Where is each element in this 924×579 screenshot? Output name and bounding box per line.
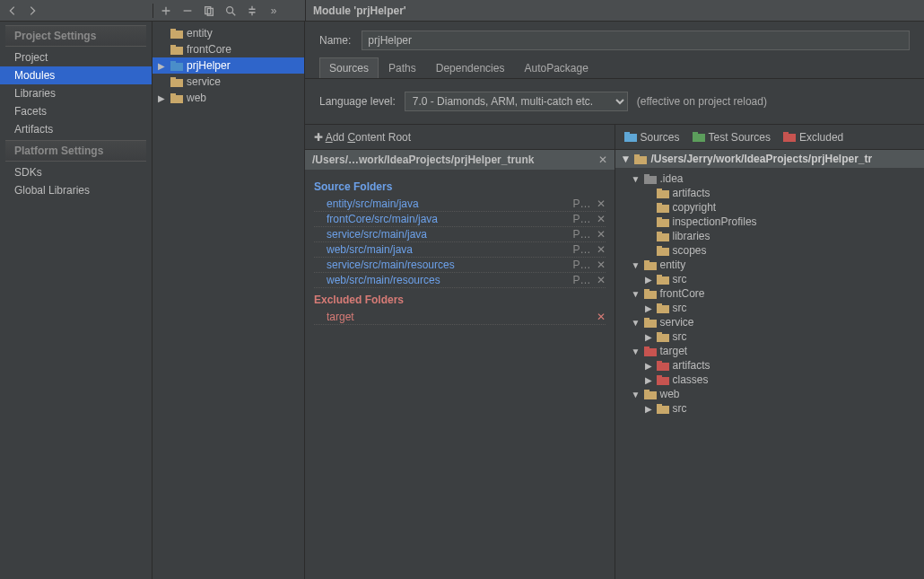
expand-arrow-icon[interactable]: ▼	[632, 260, 641, 270]
module-tree-item[interactable]: service	[153, 74, 304, 90]
mark-test-sources-button[interactable]: Test Sources	[693, 131, 771, 144]
source-folder-path[interactable]: service/src/main/java	[327, 228, 427, 241]
expand-arrow-icon[interactable]: ▶	[644, 375, 653, 385]
folder-icon	[657, 375, 669, 385]
expand-arrow-icon[interactable]: ▶	[156, 93, 167, 103]
excluded-folder-item[interactable]: target✕	[314, 310, 606, 325]
source-folder-path[interactable]: web/src/main/java	[327, 243, 413, 256]
tab-sources[interactable]: Sources	[319, 57, 379, 78]
dir-tree-item[interactable]: ▶src	[619, 301, 921, 315]
more-icon[interactable]: »	[266, 4, 281, 18]
expand-arrow-icon[interactable]: ▼	[632, 347, 641, 356]
source-folder-path[interactable]: service/src/main/resources	[327, 259, 455, 271]
remove-content-root-icon[interactable]: ✕	[598, 154, 607, 166]
package-prefix-icon[interactable]: P…	[572, 213, 590, 225]
expand-arrow-icon[interactable]: ▼	[632, 174, 641, 184]
dir-tree-item[interactable]: ▼entity	[619, 258, 921, 272]
source-folder-item[interactable]: web/src/main/resourcesP…✕	[314, 273, 606, 288]
module-tree-item[interactable]: ▶prjHelper	[153, 57, 304, 74]
folder-icon	[657, 404, 669, 414]
remove-source-icon[interactable]: ✕	[597, 259, 606, 271]
source-folders-title: Source Folders	[314, 180, 606, 193]
dir-tree-item[interactable]: ▼web	[619, 387, 921, 401]
dir-tree-label: src	[673, 402, 687, 415]
package-prefix-icon[interactable]: P…	[572, 228, 590, 241]
package-prefix-icon[interactable]: P…	[572, 243, 590, 256]
dir-tree-root[interactable]: ▼ /Users/Jerry/work/IdeaProjects/prjHelp…	[615, 150, 925, 168]
package-prefix-icon[interactable]: P…	[572, 259, 590, 271]
expand-arrow-icon[interactable]: ▶	[644, 275, 653, 285]
dir-tree-item[interactable]: ▶artifacts	[619, 358, 921, 373]
dir-tree-item[interactable]: ▼frontCore	[619, 286, 921, 301]
module-tree-label: frontCore	[187, 43, 231, 56]
remove-icon[interactable]	[180, 4, 195, 18]
dir-tree-item[interactable]: ▶src	[619, 329, 921, 344]
remove-source-icon[interactable]: ✕	[597, 213, 606, 225]
nav-facets[interactable]: Facets	[0, 102, 152, 120]
expand-arrow-icon[interactable]: ▼	[632, 289, 641, 299]
tab-dependencies[interactable]: Dependencies	[426, 57, 515, 78]
nav-sdks[interactable]: SDKs	[0, 163, 152, 181]
nav-artifacts[interactable]: Artifacts	[0, 120, 152, 138]
source-folder-item[interactable]: web/src/main/javaP…✕	[314, 242, 606, 258]
dir-tree-item[interactable]: ▼target	[619, 344, 921, 358]
module-name-input[interactable]	[362, 31, 910, 50]
expand-arrow-icon[interactable]: ▶	[156, 61, 167, 71]
expand-arrow-icon[interactable]: ▶	[644, 303, 653, 313]
nav-modules[interactable]: Modules	[0, 66, 152, 84]
tab-autopackage[interactable]: AutoPackage	[514, 57, 597, 78]
dir-tree-item[interactable]: ▶src	[619, 401, 921, 416]
folder-icon	[644, 174, 657, 184]
dir-tree-item[interactable]: artifacts	[619, 186, 921, 200]
remove-source-icon[interactable]: ✕	[597, 228, 606, 241]
dir-tree-item[interactable]: libraries	[619, 229, 921, 243]
tab-paths[interactable]: Paths	[379, 57, 426, 78]
remove-source-icon[interactable]: ✕	[597, 274, 606, 286]
remove-source-icon[interactable]: ✕	[597, 243, 606, 256]
source-folder-item[interactable]: service/src/main/resourcesP…✕	[314, 258, 606, 273]
nav-libraries[interactable]: Libraries	[0, 84, 152, 102]
expand-arrow-icon[interactable]: ▼	[632, 390, 641, 399]
dir-tree-item[interactable]: ▼.idea	[619, 171, 921, 186]
expand-arrow-icon[interactable]: ▼	[632, 318, 641, 328]
copy-icon[interactable]	[202, 4, 216, 18]
nav-global-libraries[interactable]: Global Libraries	[0, 181, 152, 199]
dir-tree-label: entity	[660, 259, 686, 271]
expand-all-icon[interactable]	[245, 4, 259, 18]
expand-arrow-icon[interactable]: ▶	[644, 361, 653, 371]
source-folder-path[interactable]: web/src/main/resources	[327, 274, 440, 286]
expand-arrow-icon[interactable]: ▶	[644, 332, 653, 342]
add-content-root-button[interactable]: ✚ Add Content Root	[314, 131, 411, 144]
package-prefix-icon[interactable]: P…	[572, 274, 590, 286]
dir-tree-item[interactable]: ▼service	[619, 315, 921, 329]
nav-project[interactable]: Project	[0, 48, 152, 66]
source-folder-path[interactable]: frontCore/src/main/java	[327, 213, 438, 225]
language-level-select[interactable]: 7.0 - Diamonds, ARM, multi-catch etc.	[405, 92, 628, 111]
add-icon[interactable]	[159, 4, 173, 18]
dir-tree-item[interactable]: inspectionProfiles	[619, 215, 921, 229]
mark-excluded-button[interactable]: Excluded	[783, 131, 843, 144]
source-folder-item[interactable]: entity/src/main/javaP…✕	[314, 197, 606, 212]
module-tree-item[interactable]: ▶web	[153, 90, 304, 106]
remove-excluded-icon[interactable]: ✕	[597, 311, 606, 323]
source-folder-item[interactable]: service/src/main/javaP…✕	[314, 227, 606, 242]
forward-icon[interactable]	[25, 4, 39, 18]
mark-sources-button[interactable]: Sources	[624, 131, 680, 144]
expand-arrow-icon[interactable]: ▶	[644, 404, 653, 414]
back-icon[interactable]	[5, 4, 20, 18]
source-folder-path[interactable]: entity/src/main/java	[327, 197, 419, 210]
svg-rect-43	[657, 334, 669, 342]
remove-source-icon[interactable]: ✕	[597, 197, 606, 210]
dir-tree-item[interactable]: copyright	[619, 200, 921, 215]
svg-rect-49	[657, 377, 669, 385]
dir-tree-item[interactable]: ▶classes	[619, 373, 921, 387]
dir-tree-item[interactable]: ▶src	[619, 272, 921, 286]
module-tree-item[interactable]: frontCore	[153, 41, 304, 57]
package-prefix-icon[interactable]: P…	[572, 197, 590, 210]
dir-tree-item[interactable]: scopes	[619, 243, 921, 258]
svg-rect-51	[644, 391, 657, 399]
source-folder-item[interactable]: frontCore/src/main/javaP…✕	[314, 212, 606, 227]
module-folder-icon	[170, 93, 183, 103]
search-icon[interactable]	[223, 4, 238, 18]
module-tree-item[interactable]: entity	[153, 25, 304, 41]
